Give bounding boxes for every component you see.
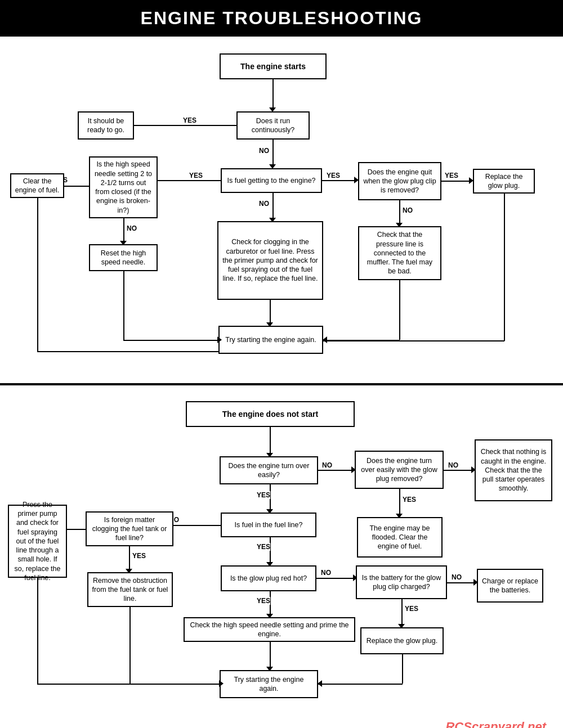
press-primer-box: Press the primer pump and check for fuel…: [8, 505, 67, 578]
no-label: NO: [448, 461, 458, 469]
battery-charged-box: Is the battery for the glow plug clip ch…: [356, 565, 447, 599]
glow-red-hot-box: Is the glow plug red hot?: [221, 565, 316, 591]
check-nothing-box: Check that nothing is caught in the engi…: [475, 439, 552, 501]
arrow: [399, 280, 400, 340]
arrowhead: [217, 336, 222, 343]
no-label: NO: [321, 569, 331, 577]
arrow: [134, 125, 237, 126]
arrow: [401, 599, 403, 626]
page-title: ENGINE TROUBLESHOOTING: [0, 0, 563, 37]
arrow: [441, 181, 471, 182]
arrow: [272, 193, 274, 220]
arrow: [399, 200, 400, 225]
no-label: NO: [452, 573, 462, 581]
yes-label: YES: [257, 491, 270, 499]
arrow: [318, 684, 403, 685]
high-speed-needle-box: Is the high speed needle setting 2 to 2-…: [89, 156, 158, 218]
yes-label: YES: [445, 172, 458, 179]
arrow: [123, 271, 124, 340]
flooded-box: The engine may be flooded. Clear the eng…: [357, 517, 443, 558]
remove-obstruction-box: Remove the obstruction from the fuel tan…: [87, 572, 173, 607]
arrow: [272, 140, 274, 167]
yes-label: YES: [132, 552, 146, 560]
arrow: [270, 300, 271, 325]
check-pressure-box: Check that the pressure line is connecte…: [358, 226, 441, 280]
watermark: RCScrapyard.net: [445, 720, 546, 728]
arrow: [37, 578, 38, 684]
check-high-speed-box: Check the high speed needle setting and …: [184, 617, 355, 642]
arrow: [322, 180, 356, 181]
yes-label: YES: [327, 172, 340, 179]
arrow: [504, 194, 505, 341]
arrow: [157, 180, 221, 181]
arrow: [402, 654, 403, 684]
try-starting2-box: Try starting the engine again.: [220, 670, 318, 698]
no-label: NO: [259, 200, 269, 208]
arrowhead: [323, 336, 327, 343]
arrow: [270, 427, 271, 455]
no-label: NO: [403, 206, 413, 214]
arrow: [272, 79, 274, 110]
start-box-bottom: The engine does not start: [186, 401, 355, 427]
arrowhead: [318, 680, 322, 687]
ready-to-go-box: It should be ready to go.: [78, 111, 134, 140]
yes-label: YES: [257, 543, 270, 551]
replace-glow-box: Replace the glow plug.: [473, 169, 535, 194]
top-diagram: The engine starts Does it run continuous…: [0, 37, 563, 385]
arrow: [37, 351, 220, 352]
yes-label: YES: [403, 496, 416, 504]
arrow: [129, 546, 130, 571]
arrow: [37, 198, 38, 352]
bottom-diagram: The engine does not start Does the engin…: [0, 385, 563, 728]
charge-replace-box: Charge or replace the batteries.: [477, 569, 543, 603]
fuel-getting-box: Is fuel getting to the engine?: [221, 168, 322, 193]
try-starting-box: Try starting the engine again.: [218, 326, 323, 354]
no-label: NO: [127, 224, 137, 232]
arrow: [318, 470, 353, 471]
yes-label: YES: [405, 605, 418, 613]
arrow: [444, 470, 473, 471]
arrow: [447, 582, 475, 583]
arrow: [316, 578, 355, 579]
replace-glow2-box: Replace the glow plug.: [360, 627, 444, 654]
yes-label: YES: [183, 116, 196, 124]
clear-engine-box: Clear the engine of fuel.: [10, 173, 64, 198]
runs-continuously-box: Does it run continuously?: [236, 111, 310, 140]
fuel-in-line-box: Is fuel in the fuel line?: [221, 513, 316, 537]
turn-over-glow-box: Does the engine turn over easily with th…: [355, 451, 444, 489]
yes-label: YES: [257, 597, 270, 605]
arrow: [399, 489, 400, 516]
check-clogging-box: Check for clogging in the carburetor or …: [217, 221, 323, 300]
arrow: [129, 607, 131, 684]
engine-quit-glow-box: Does the engine quit when the glow plug …: [358, 162, 441, 200]
arrow: [37, 684, 221, 685]
no-label: NO: [322, 461, 332, 469]
arrow: [123, 218, 124, 243]
yes-label: YES: [189, 172, 203, 179]
reset-needle-box: Reset the high speed needle.: [89, 244, 158, 271]
foreign-matter-box: Is foreign matter clogging the fuel tank…: [86, 511, 173, 546]
turn-over-box: Does the engine turn over easily?: [220, 456, 318, 484]
arrow: [123, 340, 219, 341]
arrow: [323, 340, 504, 341]
no-label: NO: [259, 147, 269, 155]
start-box-top: The engine starts: [220, 53, 327, 79]
arrow: [270, 537, 271, 564]
arrow: [270, 642, 271, 669]
